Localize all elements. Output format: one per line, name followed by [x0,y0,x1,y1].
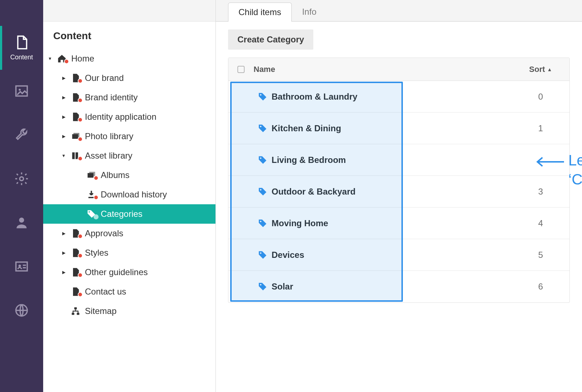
user-icon [14,215,29,232]
select-all-checkbox[interactable] [237,66,245,73]
caret-right-icon [61,114,66,119]
page-icon [70,267,81,277]
sort-asc-icon: ▲ [547,67,552,72]
tab-info[interactable]: Info [292,2,327,21]
table-header: Name Sort ▲ [228,58,569,81]
svg-rect-16 [77,313,79,315]
tree-item-home[interactable]: Home [43,49,215,68]
create-category-button[interactable]: Create Category [228,29,313,50]
nav-id[interactable] [0,245,43,289]
library-icon [70,151,81,161]
tag-icon [254,92,272,102]
svg-point-21 [260,220,262,222]
main: Child items Info Create Category Name So… [216,0,582,392]
tree-item-categories[interactable]: Categories [43,204,215,224]
nav-tools[interactable] [0,114,43,158]
table-row[interactable]: Living & Bedroom [228,144,569,176]
page-icon [70,92,81,102]
tabs: Child items Info [216,0,582,22]
row-name: Bathroom & Laundry [272,92,512,102]
tree-item-styles[interactable]: Styles [43,243,215,263]
tag-icon [254,123,272,133]
download-icon [86,190,97,200]
table-row[interactable]: Bathroom & Laundry0 [228,81,569,113]
svg-rect-9 [72,152,75,159]
svg-point-20 [260,189,262,190]
photos-icon [70,131,81,141]
row-name: Kitchen & Dining [272,123,512,133]
content-tree: Home Our brand Brand identity Identity a… [43,49,215,321]
svg-point-18 [260,126,262,127]
row-name: Solar [272,282,512,292]
tree-item-albums[interactable]: Albums [43,165,215,185]
table-row[interactable]: Solar6 [228,271,569,302]
page-icon [70,112,81,122]
tab-child-items[interactable]: Child items [228,3,292,22]
tag-icon [254,155,272,165]
caret-right-icon [61,76,66,81]
id-card-icon [14,259,29,275]
svg-point-5 [18,265,21,267]
svg-point-19 [260,157,262,159]
caret-right-icon [61,270,66,275]
tree-item-other-guidelines[interactable]: Other guidelines [43,263,215,282]
caret-right-icon [61,134,66,139]
tree-topbar [43,0,215,22]
svg-point-3 [19,218,24,223]
caret-right-icon [61,95,66,100]
nav-images[interactable] [0,70,43,114]
row-sort: 5 [512,250,569,260]
nav-content-label: Content [10,54,33,61]
albums-icon [86,170,97,180]
page-icon [70,228,81,238]
caret-right-icon [61,250,66,255]
tree-item-our-brand[interactable]: Our brand [43,68,215,88]
tree-title: Content [53,30,205,42]
tree-item-sitemap[interactable]: Sitemap [43,301,215,321]
globe-icon [14,303,29,319]
table-row[interactable]: Kitchen & Dining1 [228,113,569,144]
row-sort: 6 [512,282,569,292]
row-sort: 1 [512,123,569,133]
tag-icon [254,187,272,197]
tree-item-approvals[interactable]: Approvals [43,224,215,243]
tree-item-download-history[interactable]: Download history [43,185,215,204]
svg-point-13 [88,211,90,213]
tag-icon [254,282,272,292]
tree-item-contact-us[interactable]: Contact us [43,282,215,301]
row-name: Moving Home [272,218,512,228]
gear-icon [14,171,29,188]
col-sort[interactable]: Sort ▲ [512,65,569,74]
tree-item-photo-library[interactable]: Photo library [43,127,215,146]
svg-point-23 [260,284,262,286]
table-row[interactable]: Moving Home4 [228,208,569,239]
tree-item-brand-identity[interactable]: Brand identity [43,88,215,107]
sitemap-icon [70,306,81,316]
caret-right-icon [61,231,66,236]
annotation-label: Level 1 ‘Categories’ [568,151,582,189]
row-name: Living & Bedroom [272,155,512,165]
home-icon [56,54,68,64]
nav-globe[interactable] [0,289,43,333]
image-icon [14,83,29,100]
nav-content[interactable]: Content [0,26,43,70]
row-name: Outdoor & Backyard [272,187,512,197]
nav-settings[interactable] [0,158,43,201]
tree-item-identity-application[interactable]: Identity application [43,107,215,127]
svg-rect-14 [74,307,77,310]
tree-item-asset-library[interactable]: Asset library [43,146,215,165]
svg-point-2 [20,177,24,181]
svg-rect-4 [16,262,27,271]
col-name[interactable]: Name [254,65,512,74]
row-name: Devices [272,250,512,260]
page-icon [70,287,81,297]
nav-users[interactable] [0,201,43,245]
row-sort: 3 [512,187,569,197]
table-row[interactable]: Outdoor & Backyard3 [228,176,569,208]
page-icon [70,73,81,83]
nav-rail: Content [0,0,43,392]
svg-rect-15 [72,313,74,315]
table-row[interactable]: Devices5 [228,239,569,271]
svg-point-22 [260,252,262,254]
document-icon [14,35,29,51]
